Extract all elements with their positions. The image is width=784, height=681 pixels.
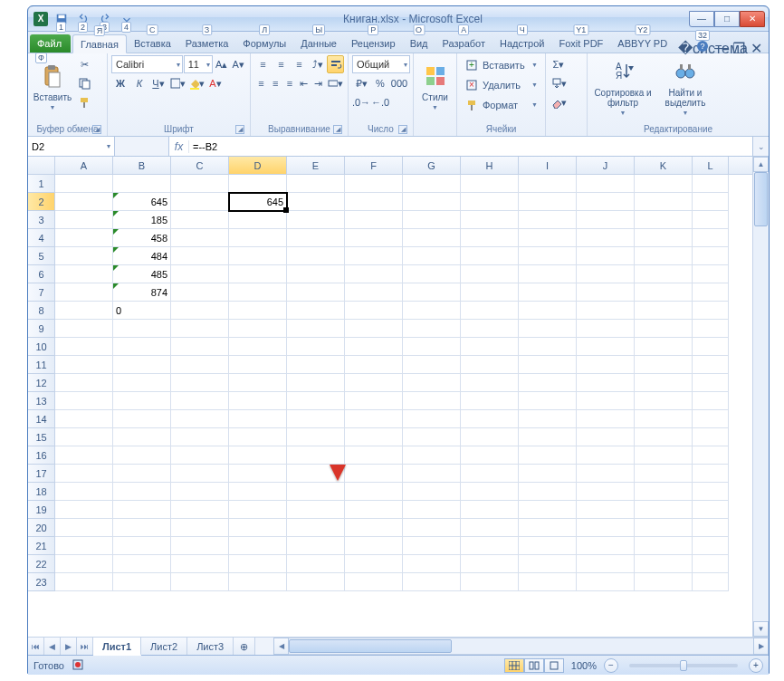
- doc-minimize-button[interactable]: —: [714, 40, 727, 53]
- cell-D12[interactable]: [229, 374, 287, 392]
- cell-B17[interactable]: [113, 465, 171, 483]
- cell-G13[interactable]: [403, 392, 461, 410]
- cell-E1[interactable]: [287, 175, 345, 193]
- cell-J15[interactable]: [577, 428, 635, 446]
- scroll-down-button[interactable]: ▼: [753, 621, 769, 637]
- cell-J5[interactable]: [577, 247, 635, 265]
- cell-E8[interactable]: [287, 302, 345, 320]
- column-header-I[interactable]: I: [519, 157, 577, 174]
- border-button[interactable]: ▾: [168, 74, 186, 92]
- cell-E14[interactable]: [287, 410, 345, 428]
- cell-I5[interactable]: [519, 247, 577, 265]
- cell-B22[interactable]: [113, 555, 171, 573]
- cell-A3[interactable]: [55, 211, 113, 229]
- cell-H5[interactable]: [461, 247, 519, 265]
- column-header-D[interactable]: D: [229, 157, 287, 174]
- cell-K4[interactable]: [635, 229, 693, 247]
- cell-I11[interactable]: [519, 356, 577, 374]
- cell-A23[interactable]: [55, 573, 113, 591]
- cell-K16[interactable]: [635, 446, 693, 465]
- cell-A17[interactable]: [55, 465, 113, 483]
- cell-G16[interactable]: [403, 446, 461, 465]
- cell-B1[interactable]: [113, 175, 171, 193]
- cell-J22[interactable]: [577, 555, 635, 573]
- cell-A4[interactable]: [55, 229, 113, 247]
- zoom-level[interactable]: 100%: [571, 660, 597, 671]
- cell-E16[interactable]: [287, 446, 345, 465]
- scroll-thumb[interactable]: [754, 172, 768, 226]
- copy-button[interactable]: [75, 74, 93, 92]
- align-center-button[interactable]: ≡: [269, 74, 282, 92]
- ribbon-tab-Надстрой[interactable]: НадстройЧ: [492, 34, 551, 53]
- last-sheet-button[interactable]: ⏭: [77, 638, 93, 655]
- cell-H11[interactable]: [461, 356, 519, 374]
- autosum-button[interactable]: Σ▾: [550, 55, 568, 73]
- cell-D1[interactable]: [229, 175, 287, 193]
- cell-G7[interactable]: [403, 283, 461, 302]
- cell-H9[interactable]: [461, 320, 519, 338]
- cell-H17[interactable]: [461, 465, 519, 483]
- cell-A20[interactable]: [55, 519, 113, 537]
- align-middle-button[interactable]: ≡: [272, 55, 290, 73]
- sheet-tab-Лист2[interactable]: Лист2: [141, 638, 187, 655]
- page-layout-view-button[interactable]: [524, 658, 544, 673]
- cell-C22[interactable]: [171, 555, 229, 573]
- wrap-text-button[interactable]: [327, 55, 344, 73]
- cell-C10[interactable]: [171, 338, 229, 356]
- cell-G21[interactable]: [403, 537, 461, 555]
- cell-F14[interactable]: [345, 410, 403, 428]
- cell-B13[interactable]: [113, 392, 171, 410]
- doc-restore-button[interactable]: ❐: [732, 40, 745, 53]
- cell-C4[interactable]: [171, 229, 229, 247]
- column-header-G[interactable]: G: [403, 157, 461, 174]
- cell-G22[interactable]: [403, 555, 461, 573]
- cell-F2[interactable]: [345, 193, 403, 211]
- cell-B18[interactable]: [113, 483, 171, 501]
- cell-J12[interactable]: [577, 374, 635, 392]
- fill-color-button[interactable]: ▾: [187, 74, 206, 92]
- cell-G14[interactable]: [403, 410, 461, 428]
- cell-F4[interactable]: [345, 229, 403, 247]
- cell-I13[interactable]: [519, 392, 577, 410]
- cell-E15[interactable]: [287, 428, 345, 446]
- column-header-B[interactable]: B: [113, 157, 171, 174]
- row-header-14[interactable]: 14: [28, 410, 55, 428]
- shrink-font-button[interactable]: A▾: [230, 55, 246, 73]
- cell-F6[interactable]: [345, 265, 403, 283]
- cell-A14[interactable]: [55, 410, 113, 428]
- cell-L3[interactable]: [693, 211, 729, 229]
- row-header-18[interactable]: 18: [28, 483, 55, 501]
- cell-B14[interactable]: [113, 410, 171, 428]
- cell-L15[interactable]: [693, 428, 729, 446]
- cell-L20[interactable]: [693, 519, 729, 537]
- close-button[interactable]: ✕: [740, 11, 765, 27]
- ribbon-tab-ABBYY PD[interactable]: ABBYY PDY2: [610, 34, 674, 53]
- cell-C21[interactable]: [171, 537, 229, 555]
- cell-L5[interactable]: [693, 247, 729, 265]
- cell-A5[interactable]: [55, 247, 113, 265]
- cell-A7[interactable]: [55, 283, 113, 302]
- cell-L9[interactable]: [693, 320, 729, 338]
- find-select-button[interactable]: Найти и выделить▼: [656, 55, 714, 117]
- cell-A1[interactable]: [55, 175, 113, 193]
- cell-E13[interactable]: [287, 392, 345, 410]
- cell-K7[interactable]: [635, 283, 693, 302]
- cell-B19[interactable]: [113, 501, 171, 519]
- cell-J4[interactable]: [577, 229, 635, 247]
- cell-H7[interactable]: [461, 283, 519, 302]
- cell-K13[interactable]: [635, 392, 693, 410]
- cell-D16[interactable]: [229, 446, 287, 465]
- cell-I9[interactable]: [519, 320, 577, 338]
- delete-cells-button[interactable]: ×Удалить▼: [461, 75, 541, 94]
- cell-A13[interactable]: [55, 392, 113, 410]
- cell-H15[interactable]: [461, 428, 519, 446]
- cell-I2[interactable]: [519, 193, 577, 211]
- cell-F23[interactable]: [345, 573, 403, 591]
- cell-K5[interactable]: [635, 247, 693, 265]
- cell-E12[interactable]: [287, 374, 345, 392]
- cell-B8[interactable]: 0: [113, 302, 171, 320]
- first-sheet-button[interactable]: ⏮: [28, 638, 44, 655]
- cell-L6[interactable]: [693, 265, 729, 283]
- minimize-button[interactable]: —: [689, 11, 714, 27]
- cell-J11[interactable]: [577, 356, 635, 374]
